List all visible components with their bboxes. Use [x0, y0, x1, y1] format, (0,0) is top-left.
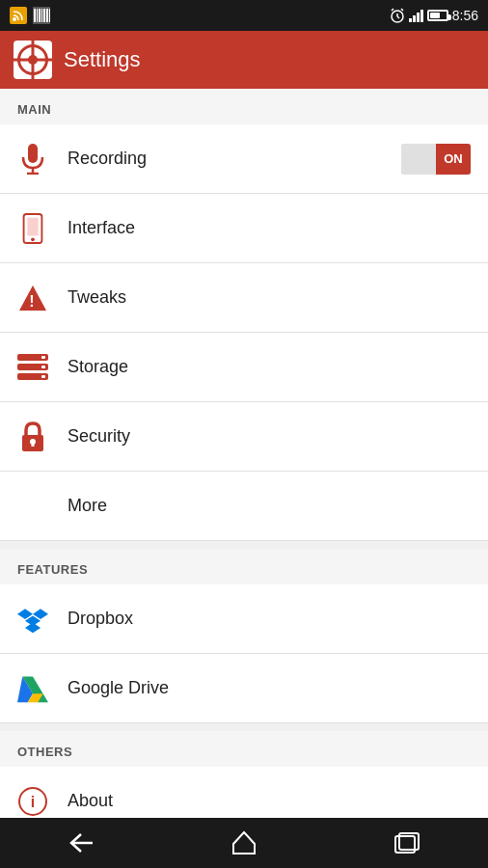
lock-icon — [17, 421, 48, 452]
menu-item-more[interactable]: More — [0, 472, 488, 541]
googledrive-label: Google Drive — [68, 678, 471, 698]
signal-icon — [409, 10, 423, 22]
section-features-header: FEATURES — [0, 549, 488, 584]
svg-rect-18 — [41, 366, 45, 368]
svg-marker-26 — [25, 622, 41, 633]
svg-line-3 — [397, 16, 399, 18]
gdrive-icon — [17, 673, 48, 704]
svg-point-0 — [13, 17, 16, 21]
alarm-icon — [390, 8, 405, 23]
section-main-header: MAIN — [0, 89, 488, 124]
about-label: About — [68, 791, 471, 811]
section-divider-2 — [0, 723, 488, 731]
menu-item-about[interactable]: i About — [0, 767, 488, 818]
menu-item-recording[interactable]: Recording ON — [0, 124, 488, 194]
menu-item-storage[interactable]: Storage — [0, 333, 488, 402]
dropbox-label: Dropbox — [68, 609, 471, 629]
nav-home-button[interactable] — [215, 824, 273, 862]
info-icon: i — [17, 787, 48, 816]
svg-line-5 — [401, 9, 403, 11]
more-label: More — [68, 496, 471, 516]
tweaks-label: Tweaks — [68, 287, 471, 308]
menu-item-dropbox[interactable]: Dropbox — [0, 584, 488, 654]
storage-icon — [17, 354, 48, 381]
storage-label: Storage — [68, 357, 471, 377]
alert-icon: ! — [17, 284, 48, 312]
menu-item-security[interactable]: Security — [0, 402, 488, 472]
phone-icon — [17, 213, 48, 244]
svg-marker-33 — [233, 832, 255, 854]
svg-rect-17 — [41, 356, 45, 359]
svg-point-11 — [31, 237, 35, 241]
nav-bar — [0, 818, 488, 868]
svg-rect-6 — [28, 144, 38, 163]
status-left-icons — [10, 7, 50, 24]
status-bar: 8:56 — [0, 0, 488, 31]
nav-recents-button[interactable] — [378, 824, 436, 862]
svg-rect-10 — [27, 217, 38, 235]
recording-label: Recording — [68, 149, 382, 169]
nav-back-button[interactable] — [52, 824, 110, 862]
barcode-icon — [33, 7, 50, 24]
security-label: Security — [68, 426, 471, 447]
toggle-on-label: ON — [436, 144, 471, 175]
menu-item-tweaks[interactable]: ! Tweaks — [0, 263, 488, 333]
app-logo — [14, 41, 52, 79]
recording-toggle[interactable]: ON — [401, 144, 471, 175]
svg-text:i: i — [31, 794, 35, 810]
mic-icon — [17, 144, 48, 175]
app-bar: Settings — [0, 31, 488, 89]
app-bar-title: Settings — [64, 47, 141, 72]
svg-text:!: ! — [29, 293, 34, 310]
svg-rect-19 — [41, 375, 45, 378]
interface-label: Interface — [68, 218, 471, 238]
svg-line-4 — [392, 9, 393, 11]
settings-content: MAIN Recording ON Interface — [0, 89, 488, 818]
menu-item-interface[interactable]: Interface — [0, 194, 488, 263]
battery-icon — [427, 10, 448, 21]
section-divider-1 — [0, 541, 488, 549]
time-display: 8:56 — [452, 8, 478, 23]
section-others-header: OTHERS — [0, 731, 488, 767]
rss-icon — [10, 7, 27, 24]
dropbox-icon — [17, 604, 48, 635]
svg-rect-22 — [32, 442, 35, 447]
status-right-icons: 8:56 — [390, 8, 478, 23]
menu-item-googledrive[interactable]: Google Drive — [0, 654, 488, 723]
